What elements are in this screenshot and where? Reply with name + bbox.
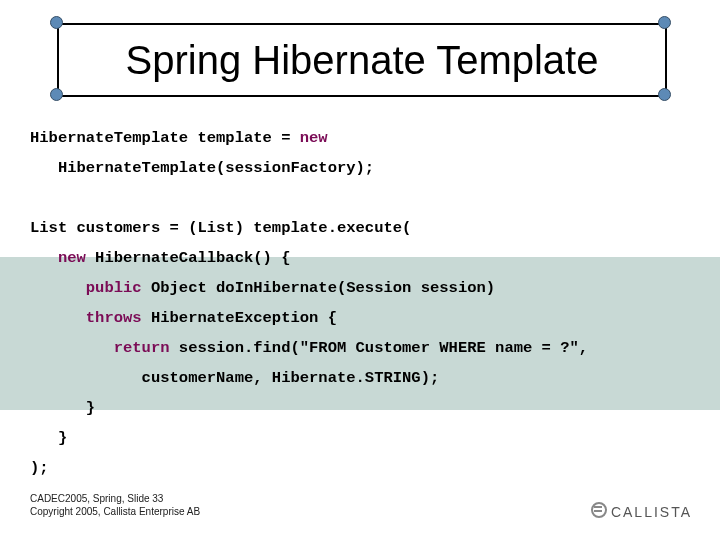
callista-logo: CALLISTA: [591, 502, 692, 520]
corner-dot-icon: [658, 16, 671, 29]
corner-dot-icon: [50, 16, 63, 29]
slide-footer: CADEC2005, Spring, Slide 33 Copyright 20…: [30, 492, 200, 518]
corner-dot-icon: [658, 88, 671, 101]
footer-line-2: Copyright 2005, Callista Enterprise AB: [30, 505, 200, 518]
footer-line-1: CADEC2005, Spring, Slide 33: [30, 492, 200, 505]
code-block: HibernateTemplate template = new Hiberna…: [30, 123, 690, 483]
slide-title: Spring Hibernate Template: [126, 38, 599, 83]
corner-dot-icon: [50, 88, 63, 101]
title-frame: Spring Hibernate Template: [57, 23, 667, 97]
